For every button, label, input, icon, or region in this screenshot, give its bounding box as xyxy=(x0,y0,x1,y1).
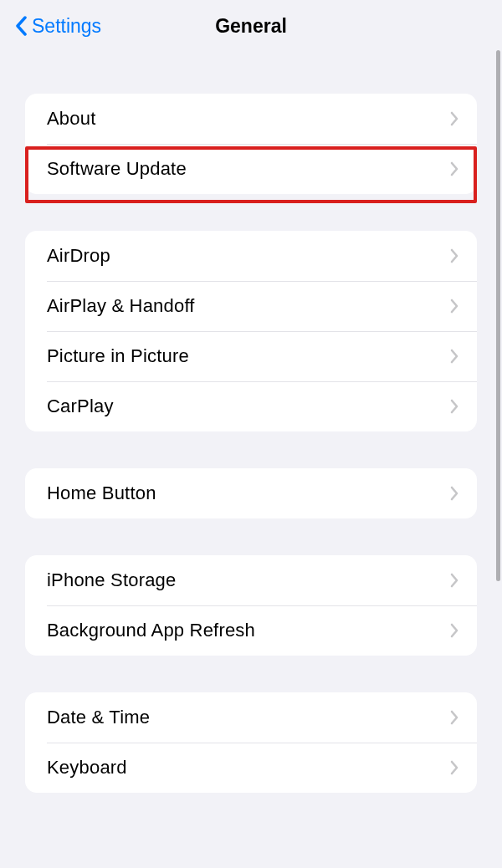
chevron-right-icon xyxy=(450,161,458,176)
row-label: Software Update xyxy=(47,158,187,180)
chevron-right-icon xyxy=(450,710,458,725)
chevron-right-icon xyxy=(450,760,458,775)
row-airdrop[interactable]: AirDrop xyxy=(25,231,477,281)
back-label: Settings xyxy=(32,15,101,38)
row-background-app-refresh[interactable]: Background App Refresh xyxy=(25,605,477,656)
settings-group: About Software Update xyxy=(25,94,477,194)
chevron-left-icon xyxy=(13,15,28,37)
row-picture-in-picture[interactable]: Picture in Picture xyxy=(25,331,477,381)
page-title: General xyxy=(215,15,287,38)
row-label: CarPlay xyxy=(47,396,114,417)
row-label: About xyxy=(47,108,96,130)
settings-group: AirDrop AirPlay & Handoff Picture in Pic… xyxy=(25,231,477,431)
chevron-right-icon xyxy=(450,623,458,638)
settings-content: About Software Update AirDrop AirPlay & … xyxy=(0,94,502,793)
row-date-time[interactable]: Date & Time xyxy=(25,692,477,743)
row-label: AirDrop xyxy=(47,245,110,267)
row-keyboard[interactable]: Keyboard xyxy=(25,743,477,793)
chevron-right-icon xyxy=(450,573,458,588)
nav-header: Settings General xyxy=(0,0,502,52)
row-label: Date & Time xyxy=(47,707,150,728)
row-iphone-storage[interactable]: iPhone Storage xyxy=(25,555,477,605)
chevron-right-icon xyxy=(450,486,458,501)
chevron-right-icon xyxy=(450,299,458,314)
row-home-button[interactable]: Home Button xyxy=(25,468,477,518)
scrollbar[interactable] xyxy=(496,50,500,581)
row-label: Keyboard xyxy=(47,757,127,779)
settings-group: Home Button xyxy=(25,468,477,518)
row-carplay[interactable]: CarPlay xyxy=(25,381,477,431)
row-about[interactable]: About xyxy=(25,94,477,144)
chevron-right-icon xyxy=(450,399,458,414)
row-airplay-handoff[interactable]: AirPlay & Handoff xyxy=(25,281,477,331)
back-button[interactable]: Settings xyxy=(13,15,101,38)
row-software-update[interactable]: Software Update xyxy=(25,144,477,194)
row-label: Home Button xyxy=(47,483,156,504)
row-label: AirPlay & Handoff xyxy=(47,295,195,317)
settings-group: iPhone Storage Background App Refresh xyxy=(25,555,477,656)
chevron-right-icon xyxy=(450,248,458,263)
chevron-right-icon xyxy=(450,111,458,126)
row-label: iPhone Storage xyxy=(47,569,176,591)
settings-group: Date & Time Keyboard xyxy=(25,692,477,793)
row-label: Picture in Picture xyxy=(47,345,189,367)
row-label: Background App Refresh xyxy=(47,620,255,641)
chevron-right-icon xyxy=(450,349,458,364)
